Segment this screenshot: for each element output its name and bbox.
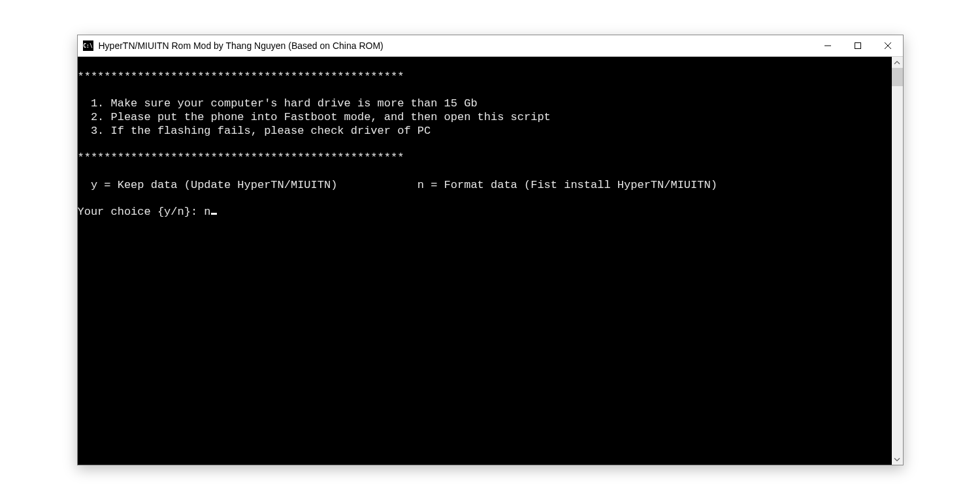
svg-rect-1: [855, 43, 860, 49]
scroll-down-button[interactable]: [892, 454, 903, 465]
terminal-icon: C:\: [83, 40, 93, 51]
vertical-scrollbar[interactable]: [892, 57, 903, 465]
minimize-icon: [825, 42, 831, 49]
window-controls: [813, 35, 903, 56]
scroll-up-button[interactable]: [892, 57, 903, 68]
terminal-line: 2. Please put the phone into Fastboot mo…: [78, 111, 551, 123]
user-input: n: [204, 206, 210, 218]
scroll-thumb[interactable]: [892, 68, 903, 86]
maximize-icon: [855, 42, 861, 49]
prompt-text: Your choice {y/n}:: [78, 206, 204, 218]
terminal-line: ****************************************…: [78, 70, 404, 83]
application-window: C:\ HyperTN/MIUITN Rom Mod by Thang Nguy…: [77, 35, 904, 465]
window-client-area: ****************************************…: [78, 57, 903, 465]
scroll-track[interactable]: [892, 68, 903, 454]
close-button[interactable]: [873, 35, 903, 56]
terminal-output[interactable]: ****************************************…: [78, 57, 892, 465]
chevron-up-icon: [894, 59, 900, 66]
cursor-icon: [211, 213, 217, 215]
title-bar[interactable]: C:\ HyperTN/MIUITN Rom Mod by Thang Nguy…: [78, 35, 903, 57]
prompt-line: Your choice {y/n}: n: [78, 206, 217, 218]
close-icon: [885, 42, 891, 49]
maximize-button[interactable]: [843, 35, 873, 56]
chevron-down-icon: [894, 456, 900, 463]
window-title: HyperTN/MIUITN Rom Mod by Thang Nguyen (…: [99, 40, 813, 51]
terminal-line: 3. If the flashing fails, please check d…: [78, 125, 431, 137]
terminal-line: ****************************************…: [78, 151, 404, 164]
terminal-line: y = Keep data (Update HyperTN/MIUITN) n …: [78, 179, 717, 191]
terminal-line: 1. Make sure your computer's hard drive …: [78, 97, 478, 110]
minimize-button[interactable]: [813, 35, 843, 56]
